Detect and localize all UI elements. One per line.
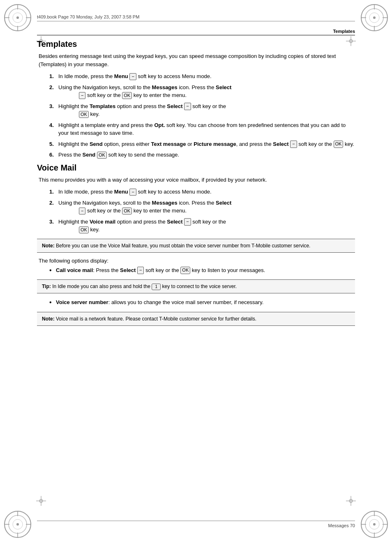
note-text-1: Before you can use the Voice Mail featur… [56,243,310,249]
voicemail-step-3: 3. Highlight the Voice mail option and p… [49,218,355,234]
vm-menu-button: − [129,189,136,196]
step-content-1: In Idle mode, press the Menu − soft key … [58,72,355,81]
ok-button-2: OK [122,92,132,99]
corner-decoration-tl [3,3,32,32]
step-content-3: Highlight the Templates option and press… [58,102,355,118]
select-button-3: − [184,103,191,110]
vm-step-content-3: Highlight the Voice mail option and pres… [58,218,355,234]
voicemail-bullets-2: • Voice server number: allows you to cha… [49,298,355,307]
templates-section: Templates Besides entering message text … [37,39,355,159]
vm-step-number-2: 2. [49,199,58,215]
corner-decoration-tr [360,3,389,32]
bullet-voice-server: • Voice server number: allows you to cha… [49,298,355,307]
bullet-dot-2: • [49,298,56,307]
svg-point-31 [373,523,376,526]
ok-button-5: OK [334,141,344,148]
note-label-1: Note: [42,243,55,249]
main-content: Templates Templates Besides entering mes… [37,29,355,515]
vm-step-number-3: 3. [49,218,58,234]
templates-step-6: 6. Press the Send OK soft key to send th… [49,151,355,159]
step-2-continuation: − soft key or the OK key to enter the me… [79,91,355,99]
step-number-1: 1. [49,72,58,81]
voicemail-bullets: • Call voice mail: Press the Select − so… [49,266,355,275]
step-number-5: 5. [49,140,58,148]
select-button-5: − [290,141,297,148]
svg-point-23 [16,523,19,526]
voicemail-title: Voice Mail [37,163,355,173]
page-container: t409.book Page 70 Monday, July 23, 2007 … [0,0,392,542]
step-content-6: Press the Send OK soft key to send the m… [58,151,355,159]
select-button-2: − [79,92,85,99]
tip-key-1: 1 [152,284,161,290]
vm-ok-button-2: OK [122,208,132,214]
svg-point-7 [16,16,19,19]
vm-step-content-2: Using the Navigation keys, scroll to the… [58,199,355,215]
templates-step-2: 2. Using the Navigation keys, scroll to … [49,83,355,99]
call-vm-select-btn: − [137,267,144,274]
templates-intro: Besides entering message text using the … [39,52,355,68]
vm-select-button-2: − [79,208,85,214]
voicemail-steps: 1. In Idle mode, press the Menu − soft k… [49,188,355,234]
vm-step-2-continuation: − soft key or the OK key to enter the me… [79,207,355,215]
bullet-content-2: Voice server number: allows you to chang… [56,298,355,307]
note-box-1: Note: Before you can use the Voice Mail … [37,239,355,253]
header-text: t409.book Page 70 Monday, July 23, 2007 … [37,14,139,19]
tip-box: Tip: In Idle mode you can also press and… [37,279,355,293]
bullet-call-voicemail: • Call voice mail: Press the Select − so… [49,266,355,275]
footer-text: Messages 70 [328,523,355,528]
vm-step-3-continuation: OK key. [79,226,355,234]
footer-bar: Messages 70 [37,521,355,530]
voicemail-intro: This menu provides you with a way of acc… [39,176,355,184]
section-label: Templates [37,29,355,35]
ok-button-3: OK [79,111,89,118]
templates-steps: 1. In Idle mode, press the Menu − soft k… [49,72,355,159]
step-number-2: 2. [49,83,58,99]
templates-step-5: 5. Highlight the Send option, press eith… [49,140,355,148]
templates-step-1: 1. In Idle mode, press the Menu − soft k… [49,72,355,81]
vm-step-number-1: 1. [49,188,58,196]
step-content-2: Using the Navigation keys, scroll to the… [58,83,355,99]
step-3-continuation: OK key. [79,110,355,118]
bullet-content-1: Call voice mail: Press the Select − soft… [56,266,355,275]
call-vm-ok-btn: OK [180,267,190,274]
following-text: The following options display: [39,258,355,264]
corner-decoration-br [360,510,389,539]
vm-select-button-3: − [184,218,191,225]
corner-decoration-bl [3,510,32,539]
templates-step-4: 4. Highlight a template entry and press … [49,121,355,137]
vm-step-content-1: In Idle mode, press the Menu − soft key … [58,188,355,196]
note-box-2: Note: Voice mail is a network feature. P… [37,312,355,326]
note-text-2: Voice mail is a network feature. Please … [56,316,256,322]
voicemail-step-2: 2. Using the Navigation keys, scroll to … [49,199,355,215]
step-number-6: 6. [49,151,58,159]
bullet-dot-1: • [49,266,56,275]
voicemail-section: Voice Mail This menu provides you with a… [37,163,355,326]
tip-text: In Idle mode you can also press and hold… [52,284,237,289]
svg-point-15 [373,16,376,19]
step-number-4: 4. [49,121,58,137]
menu-button: − [129,73,136,80]
step-number-3: 3. [49,102,58,118]
step-content-5: Highlight the Send option, press either … [58,140,355,148]
send-ok-button: OK [97,152,107,159]
templates-title: Templates [37,39,355,49]
vm-ok-button-3: OK [79,226,89,233]
step-content-4: Highlight a template entry and press the… [58,121,355,137]
tip-label: Tip: [42,284,51,289]
header-bar: t409.book Page 70 Monday, July 23, 2007 … [37,12,355,21]
templates-step-3: 3. Highlight the Templates option and pr… [49,102,355,118]
note-label-2: Note: [42,316,55,322]
voicemail-step-1: 1. In Idle mode, press the Menu − soft k… [49,188,355,196]
